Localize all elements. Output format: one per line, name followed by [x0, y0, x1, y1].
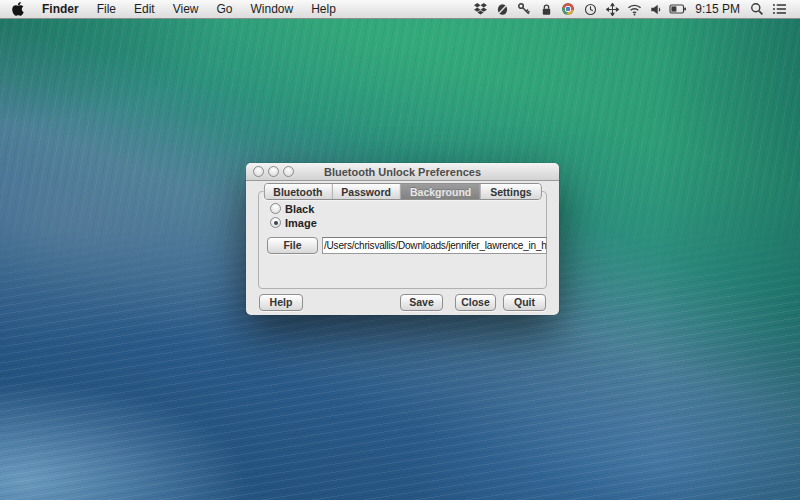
traffic-lights — [253, 166, 294, 177]
bluetooth-unlock-preferences-window: Bluetooth Unlock Preferences Bluetooth P… — [246, 163, 559, 315]
help-button[interactable]: Help — [259, 294, 303, 311]
browser-icon[interactable] — [557, 0, 579, 18]
minimize-window-button[interactable] — [268, 166, 279, 177]
radio-option-black[interactable]: Black — [270, 202, 314, 215]
window-content: Bluetooth Password Background Settings B… — [246, 181, 559, 315]
lock-icon[interactable] — [535, 0, 557, 18]
notification-center-icon[interactable] — [768, 0, 790, 18]
menu-item-view[interactable]: View — [164, 0, 208, 18]
tab-settings[interactable]: Settings — [481, 184, 540, 199]
close-button[interactable]: Close — [455, 294, 496, 311]
radio-circle-black[interactable] — [270, 203, 281, 214]
zoom-window-button[interactable] — [283, 166, 294, 177]
tab-password[interactable]: Password — [332, 184, 401, 199]
menu-item-edit[interactable]: Edit — [125, 0, 164, 18]
menu-item-go[interactable]: Go — [208, 0, 242, 18]
menu-item-finder[interactable]: Finder — [33, 0, 88, 18]
key-icon[interactable] — [513, 0, 535, 18]
battery-icon[interactable] — [667, 0, 689, 18]
clock-icon[interactable] — [579, 0, 601, 18]
tab-background[interactable]: Background — [401, 184, 481, 199]
slash-circle-icon[interactable] — [491, 0, 513, 18]
radio-label-image: Image — [285, 217, 317, 229]
wifi-icon[interactable] — [623, 0, 645, 18]
tab-bluetooth[interactable]: Bluetooth — [264, 184, 332, 199]
radio-circle-image[interactable] — [270, 217, 281, 228]
menu-item-window[interactable]: Window — [242, 0, 303, 18]
menu-bar-status-area: 9:15 PM — [469, 0, 800, 18]
menu-item-file[interactable]: File — [88, 0, 125, 18]
window-titlebar[interactable]: Bluetooth Unlock Preferences — [246, 163, 559, 181]
close-window-button[interactable] — [253, 166, 264, 177]
file-path-field[interactable]: /Users/chrisvallis/Downloads/jennifer_la… — [322, 237, 547, 254]
tab-bar: Bluetooth Password Background Settings — [263, 183, 541, 200]
window-title: Bluetooth Unlock Preferences — [324, 166, 481, 178]
apple-menu[interactable] — [0, 2, 33, 16]
radio-option-image[interactable]: Image — [270, 216, 317, 229]
menu-bar: Finder File Edit View Go Window Help — [0, 0, 800, 19]
radio-label-black: Black — [285, 203, 314, 215]
save-button[interactable]: Save — [400, 294, 443, 311]
dropbox-icon[interactable] — [469, 0, 491, 18]
browser-globe — [562, 3, 574, 15]
menu-item-help[interactable]: Help — [302, 0, 345, 18]
spotlight-icon[interactable] — [746, 0, 768, 18]
quit-button[interactable]: Quit — [503, 294, 546, 311]
move-icon[interactable] — [601, 0, 623, 18]
apple-logo-icon — [12, 2, 24, 16]
volume-icon[interactable] — [645, 0, 667, 18]
file-button[interactable]: File — [267, 237, 318, 254]
menu-bar-clock[interactable]: 9:15 PM — [689, 2, 746, 16]
menu-bar-left: Finder File Edit View Go Window Help — [0, 0, 345, 18]
